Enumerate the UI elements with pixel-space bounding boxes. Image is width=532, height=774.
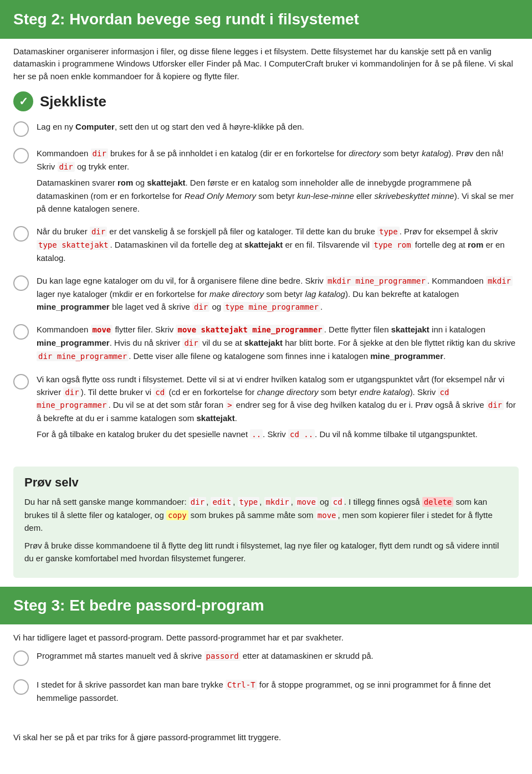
italic-kun-lese: kun-lese-minne [297,191,354,201]
prov-selv-text1: Du har nå sett ganske mange kommandoer: … [24,495,508,535]
code-dir-2: dir [58,162,75,172]
steg3-check-1[interactable] [13,650,29,666]
bottom-text: Vi skal her se på et par triks for å gjø… [0,726,532,752]
code-ps-type: type [238,497,260,507]
italic-skrivebeskyttet: skrivebeskyttet minne [374,191,454,201]
code-move-1: move [91,325,113,335]
check-circle-6[interactable] [13,374,29,389]
italic-endre-katalog: endre katalog [360,387,410,397]
check-circle-3[interactable] [13,226,29,242]
check-circle-4[interactable] [13,275,29,291]
steg2-title: Steg 2: Hvordan bevege seg rundt i filsy… [13,10,519,29]
steg3-section: Vi har tidligere laget et passord-progra… [0,624,532,726]
code-ps-move-ref: move [316,510,338,520]
bold-skattejakt-2: skattejakt [244,240,283,249]
code-ps-edit: edit [211,497,233,507]
code-mkdir: mkdir mine_programmer [326,276,427,286]
steg3-intro: Vi har tidligere laget et passord-progra… [13,631,519,644]
code-ctrl-t: Ctrl-T [226,680,257,690]
item-1-text: Lag en ny Computer, sett den ut og start… [37,120,519,133]
check-circle-2[interactable] [13,148,29,163]
code-ps-mkdir: mkdir [264,497,291,507]
checklist-item-2: Kommandoen dir brukes for å se på innhol… [13,147,519,215]
bold-rom: rom [117,178,133,187]
bold-skattejakt-3: skattejakt [391,325,429,334]
steg2-header: Steg 2: Hvordan bevege seg rundt i filsy… [0,0,532,39]
item-3-content: Når du bruker dir er det vanskelig å se … [37,225,519,264]
prov-selv-box: Prøv selv Du har nå sett ganske mange ko… [13,467,519,578]
checklist-item-3: Når du bruker dir er det vanskelig å se … [13,225,519,264]
steg3-item-2: I stedet for å skrive passordet kan man … [13,678,519,710]
code-type-skattejakt: type skattejakt [37,240,110,250]
bold-mine-programmer-3: mine_programmer [370,351,443,361]
check-circle-1[interactable] [13,121,29,137]
checklist-check-icon [13,91,33,111]
steg3-title: Steg 3: Et bedre passord-program [13,597,519,614]
computer-bold: Computer [75,122,115,131]
item-5-text: Kommandoen move flytter filer. Skriv mov… [37,323,519,362]
item-6-text: Vi kan også flytte oss rundt i filsystem… [37,373,519,425]
code-move-skattejakt: move skattejakt mine_programmer [176,325,324,335]
bold-skattejakt: skattejakt [147,178,185,187]
bold-skattejakt-4: skattejakt [244,338,283,347]
item-3-text: Når du bruker dir er det vanskelig å se … [37,225,519,264]
code-dir-6: dir [63,387,80,397]
item-6-text-2: For å gå tilbake en katalog bruker du de… [37,428,519,441]
prov-selv-title: Prøv selv [24,475,508,490]
code-cd-dotdot: cd .. [288,429,315,439]
bold-mine-programmer: mine_programmer [37,302,110,311]
steg3-item-1-text: Programmet må startes manuelt ved å skri… [37,649,519,663]
checklist-header: Sjekkliste [13,91,519,111]
item-2-content: Kommandoen dir brukes for å se på innhol… [37,147,519,215]
intro-paragraph: Datamaskiner organiserer informasjon i f… [13,45,519,83]
code-ps-dir: dir [189,497,206,507]
italic-directory: directory [349,148,381,158]
prov-selv-text2: Prøv å bruke disse kommandoene til å fly… [24,539,508,565]
steg3-item-2-text: I stedet for å skrive passordet kan man … [37,678,519,704]
code-gt: > [226,400,233,410]
code-ps-move: move [295,497,318,507]
checklist-section: Sjekkliste Lag en ny Computer, sett den … [0,91,532,458]
bold-mine-programmer-2: mine_programmer [37,338,110,347]
code-dotdot: .. [250,429,263,439]
item-6-content: Vi kan også flytte oss rundt i filsystem… [37,373,519,442]
bold-rom-2: rom [468,240,483,249]
code-mkdir-2: mkdir [486,276,513,286]
italic-change-directory: change directory [257,387,319,397]
checklist-item-5: Kommandoen move flytter filer. Skriv mov… [13,323,519,362]
italic-lag-katalog: lag katalog [305,289,345,299]
checklist-title: Sjekkliste [40,93,106,110]
bold-move-cmd: move skattejakt mine_programmer [176,325,324,334]
item-2-text: Kommandoen dir brukes for å se på innhol… [37,147,519,173]
code-dir-mine: dir mine_programmer [37,351,129,361]
italic-rom: Read Only Memory [185,191,256,201]
code-type-rom: type rom [372,240,412,250]
check-circle-5[interactable] [13,324,29,340]
code-type-mine: type mine_programmer [223,302,320,312]
item-5-content: Kommandoen move flytter filer. Skriv mov… [37,323,519,362]
code-dir-5: dir [182,338,200,348]
italic-katalog: katalog [422,148,448,158]
item-4-text: Du kan lage egne kataloger om du vil, fo… [37,274,519,314]
code-dir-3: dir [90,227,107,237]
item-4-content: Du kan lage egne kataloger om du vil, fo… [37,274,519,314]
steg3-item-2-content: I stedet for å skrive passordet kan man … [37,678,519,710]
checklist-item-1: Lag en ny Computer, sett den ut og start… [13,120,519,137]
steg3-bottom: Vi skal her se på et par triks for å gjø… [13,731,519,744]
code-passord: passord [204,651,241,661]
italic-make-directory: make directory [209,289,264,299]
item-1-content: Lag en ny Computer, sett den ut og start… [37,120,519,133]
steg3-item-1-content: Programmet må startes manuelt ved å skri… [37,649,519,668]
code-ps-copy: copy [166,510,188,520]
code-dir-1: dir [91,148,108,158]
steg3-check-2[interactable] [13,679,29,695]
code-type-1: type [377,227,400,237]
item-2-text-2: Datamaskinen svarer rom og skattejakt. D… [37,176,519,215]
code-ps-delete: delete [422,497,454,507]
steg3-header: Steg 3: Et bedre passord-program [0,587,532,624]
code-cd-1: cd [154,387,166,397]
code-dir-7: dir [487,400,504,410]
bold-skattejakt-5: skattejakt [196,413,234,423]
intro-text: Datamaskiner organiserer informasjon i f… [0,39,532,88]
code-dir-4: dir [192,302,209,312]
